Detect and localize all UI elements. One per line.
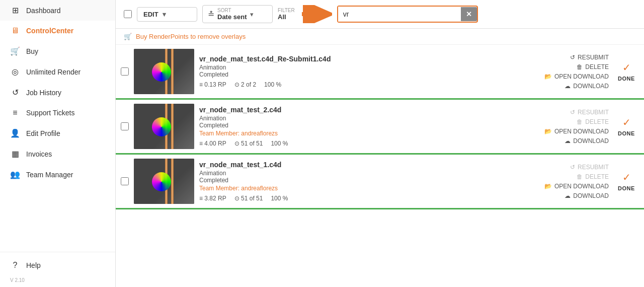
job-progress-2: 100 % bbox=[271, 140, 288, 147]
delete-icon-2: 🗑 bbox=[577, 118, 583, 125]
sidebar-item-jobhistory[interactable]: ↺ Job History bbox=[0, 82, 115, 103]
open-download-button-3[interactable]: 📂 OPEN DOWNLOAD bbox=[544, 182, 609, 190]
table-row: vr_node_mat_test.c4d_Re-Submit1.c4d Anim… bbox=[116, 45, 644, 100]
done-label-2: DONE bbox=[618, 130, 635, 136]
job-rp-1: ≡ 0.13 RP bbox=[199, 81, 226, 88]
job-checkbox-3[interactable] bbox=[121, 177, 129, 185]
version-label: V 2.10 bbox=[0, 275, 115, 287]
buy-banner-text: Buy RenderPoints to remove overlays bbox=[136, 33, 246, 40]
job-rp-2: ≡ 4.00 RP bbox=[199, 140, 226, 147]
filter-label: FILTER bbox=[278, 8, 295, 13]
sort-dropdown[interactable]: ≛ SORT Date sent ▾ bbox=[202, 5, 273, 23]
sidebar-item-teammanager[interactable]: 👥 Team Manager bbox=[0, 164, 115, 185]
sort-dropdown-arrow: ▾ bbox=[250, 11, 254, 18]
team-manager-icon: 👥 bbox=[10, 170, 20, 179]
sidebar-item-buy[interactable]: 🛒 Buy bbox=[0, 41, 115, 61]
done-checkmark-1: ✓ bbox=[622, 61, 631, 74]
sidebar-item-unlimitedrender[interactable]: ◎ Unlimited Render bbox=[0, 61, 115, 82]
sidebar-item-controlcenter[interactable]: 🖥 ControlCenter bbox=[0, 21, 115, 41]
sidebar-item-invoices[interactable]: ▦ Invoices bbox=[0, 144, 115, 164]
download-button-1[interactable]: ☁ DOWNLOAD bbox=[565, 82, 609, 90]
sidebar-item-dashboard[interactable]: ⊞ Dashboard bbox=[0, 0, 115, 21]
download-icon-1: ☁ bbox=[565, 83, 571, 90]
job-type-3: Animation bbox=[199, 170, 528, 177]
job-status-2: Completed bbox=[199, 122, 528, 129]
done-section-3: ✓ DONE bbox=[614, 171, 639, 191]
unlimited-render-icon: ◎ bbox=[10, 67, 20, 77]
done-section-2: ✓ DONE bbox=[614, 116, 639, 136]
job-thumbnail-3 bbox=[134, 159, 194, 204]
job-team-2: Team Member: andreaflorezs bbox=[199, 130, 528, 137]
delete-button-3: 🗑 DELETE bbox=[577, 173, 609, 181]
buy-icon: 🛒 bbox=[10, 46, 20, 56]
job-name-3: vr_node_mat_test_1.c4d bbox=[199, 161, 528, 169]
edit-dropdown-arrow: ▾ bbox=[163, 11, 166, 18]
download-icon-2: ☁ bbox=[565, 137, 571, 145]
delete-icon-1: 🗑 bbox=[577, 63, 583, 70]
job-progress-3: 100 % bbox=[271, 195, 288, 202]
orange-arrow bbox=[300, 5, 332, 23]
edit-profile-icon: 👤 bbox=[10, 128, 20, 138]
download-button-2[interactable]: ☁ DOWNLOAD bbox=[565, 137, 609, 145]
job-team-3: Team Member: andreaflorezs bbox=[199, 185, 528, 192]
cart-icon: 🛒 bbox=[124, 33, 132, 40]
job-info-1: vr_node_mat_test.c4d_Re-Submit1.c4d Anim… bbox=[199, 55, 528, 88]
main-content: EDIT ▾ ≛ SORT Date sent ▾ FILTER All bbox=[116, 0, 644, 287]
open-download-button-1[interactable]: 📂 OPEN DOWNLOAD bbox=[544, 73, 609, 81]
support-tickets-icon: ≡ bbox=[10, 108, 20, 117]
resubmit-button-3: ↺ RESUBMIT bbox=[570, 163, 609, 171]
delete-button-2: 🗑 DELETE bbox=[577, 118, 609, 126]
dashboard-icon: ⊞ bbox=[10, 6, 20, 15]
sort-value: Date sent bbox=[217, 13, 247, 21]
job-actions-2: ↺ RESUBMIT 🗑 DELETE 📂 OPEN DOWNLOAD ☁ DO… bbox=[533, 108, 609, 145]
resubmit-icon-1: ↺ bbox=[570, 54, 575, 61]
job-thumbnail-2 bbox=[134, 104, 194, 149]
done-label-1: DONE bbox=[618, 76, 635, 82]
job-status-3: Completed bbox=[199, 177, 528, 184]
sort-sublabel: SORT bbox=[217, 8, 247, 13]
job-status-1: Completed bbox=[199, 71, 528, 78]
table-row: vr_node_mat_test_2.c4d Animation Complet… bbox=[116, 100, 644, 155]
help-icon: ? bbox=[10, 261, 20, 270]
download-button-3[interactable]: ☁ DOWNLOAD bbox=[565, 192, 609, 200]
filter-value: All bbox=[278, 13, 295, 21]
edit-label: EDIT bbox=[143, 11, 158, 18]
edit-dropdown[interactable]: EDIT ▾ bbox=[137, 7, 197, 22]
job-checkbox-1[interactable] bbox=[121, 67, 129, 76]
buy-banner[interactable]: 🛒 Buy RenderPoints to remove overlays bbox=[116, 29, 644, 45]
delete-icon-3: 🗑 bbox=[577, 173, 583, 180]
job-meta-3: ≡ 3.82 RP ⊙ 51 of 51 100 % bbox=[199, 195, 528, 202]
job-history-icon: ↺ bbox=[10, 88, 20, 97]
search-box: ✕ bbox=[337, 6, 478, 23]
job-list: vr_node_mat_test.c4d_Re-Submit1.c4d Anim… bbox=[116, 45, 644, 287]
sort-icon: ≛ bbox=[208, 10, 214, 19]
job-meta-2: ≡ 4.00 RP ⊙ 51 of 51 100 % bbox=[199, 140, 528, 147]
sidebar-divider bbox=[0, 252, 115, 252]
job-frames-1: ⊙ 2 of 2 bbox=[234, 81, 256, 88]
job-name-1: vr_node_mat_test.c4d_Re-Submit1.c4d bbox=[199, 55, 528, 63]
open-download-icon-2: 📂 bbox=[544, 128, 552, 135]
job-meta-1: ≡ 0.13 RP ⊙ 2 of 2 100 % bbox=[199, 81, 528, 88]
sidebar: ⊞ Dashboard 🖥 ControlCenter 🛒 Buy ◎ Unli… bbox=[0, 0, 116, 287]
open-download-button-2[interactable]: 📂 OPEN DOWNLOAD bbox=[544, 127, 609, 135]
done-checkmark-3: ✓ bbox=[622, 171, 631, 183]
job-checkbox-2[interactable] bbox=[121, 122, 129, 130]
download-icon-3: ☁ bbox=[565, 192, 571, 199]
select-all-checkbox[interactable] bbox=[124, 10, 132, 18]
search-input[interactable] bbox=[338, 7, 461, 22]
job-actions-1: ↺ RESUBMIT 🗑 DELETE 📂 OPEN DOWNLOAD ☁ DO… bbox=[533, 53, 609, 90]
open-download-icon-1: 📂 bbox=[544, 73, 552, 80]
job-actions-3: ↺ RESUBMIT 🗑 DELETE 📂 OPEN DOWNLOAD ☁ DO… bbox=[533, 163, 609, 200]
resubmit-button-1[interactable]: ↺ RESUBMIT bbox=[570, 53, 609, 61]
job-type-1: Animation bbox=[199, 64, 528, 71]
sidebar-item-supporttickets[interactable]: ≡ Support Tickets bbox=[0, 103, 115, 123]
delete-button-1[interactable]: 🗑 DELETE bbox=[577, 63, 609, 71]
job-info-2: vr_node_mat_test_2.c4d Animation Complet… bbox=[199, 106, 528, 147]
job-thumbnail-1 bbox=[134, 49, 194, 94]
job-name-2: vr_node_mat_test_2.c4d bbox=[199, 106, 528, 114]
search-clear-button[interactable]: ✕ bbox=[461, 7, 477, 21]
job-frames-2: ⊙ 51 of 51 bbox=[234, 140, 263, 147]
done-checkmark-2: ✓ bbox=[622, 116, 631, 128]
sidebar-item-help[interactable]: ? Help bbox=[0, 255, 115, 275]
sidebar-item-editprofile[interactable]: 👤 Edit Profile bbox=[0, 123, 115, 144]
